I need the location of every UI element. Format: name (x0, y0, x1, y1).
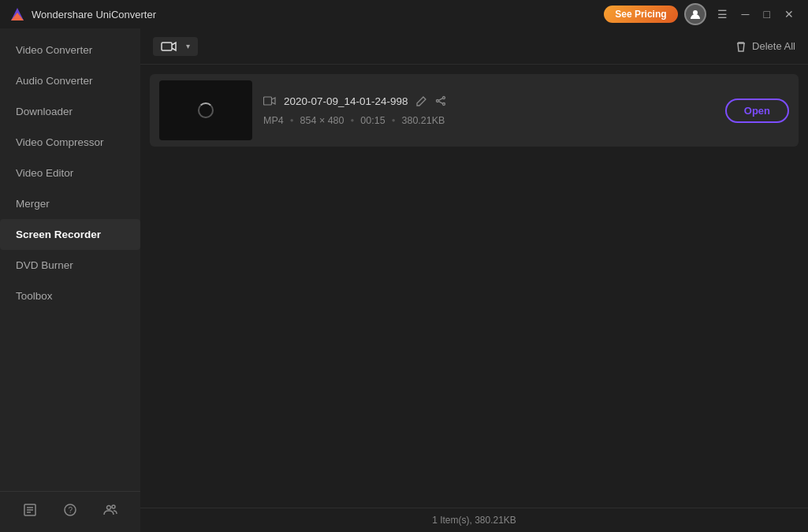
video-file-icon (263, 96, 276, 106)
toolbar-right: Delete All (735, 40, 795, 53)
svg-line-16 (438, 102, 442, 104)
app-logo (9, 6, 25, 22)
record-button[interactable]: ▾ (153, 37, 198, 56)
sidebar-item-video-editor[interactable]: Video Editor (0, 158, 140, 188)
svg-text:?: ? (68, 506, 73, 515)
trash-icon (735, 40, 747, 53)
edit-icon[interactable] (416, 95, 427, 106)
svg-point-10 (112, 505, 115, 508)
open-button[interactable]: Open (725, 99, 789, 123)
video-camera-icon (161, 41, 177, 52)
users-icon-button[interactable] (100, 500, 121, 524)
file-actions: Open (725, 99, 789, 123)
svg-rect-11 (162, 43, 172, 50)
status-text: 1 Item(s), 380.21KB (432, 515, 516, 526)
svg-point-9 (107, 506, 111, 510)
share-icon[interactable] (435, 95, 446, 106)
see-pricing-button[interactable]: See Pricing (604, 6, 677, 23)
file-meta-row: MP4 ● 854 × 480 ● 00:15 ● 380.21KB (263, 115, 714, 126)
svg-marker-1 (11, 13, 24, 20)
chevron-down-icon: ▾ (186, 42, 190, 50)
svg-rect-12 (264, 97, 272, 105)
file-duration: 00:15 (360, 115, 385, 126)
file-list: 2020-07-09_14-01-24-998 (140, 65, 808, 508)
window-controls: ☰ ─ □ ✕ (713, 7, 799, 21)
svg-line-17 (438, 99, 442, 101)
delete-all-label: Delete All (752, 40, 795, 52)
status-bar: 1 Item(s), 380.21KB (140, 508, 808, 532)
svg-point-14 (436, 100, 438, 102)
title-bar-right: See Pricing ☰ ─ □ ✕ (604, 3, 799, 25)
dot2: ● (351, 117, 355, 124)
main-layout: Video Converter Audio Converter Download… (0, 28, 808, 532)
sidebar-footer: ? (0, 491, 140, 532)
svg-point-13 (442, 97, 445, 99)
file-thumbnail (159, 80, 252, 140)
svg-point-15 (442, 103, 445, 106)
sidebar-item-toolbox[interactable]: Toolbox (0, 281, 140, 311)
avatar[interactable] (684, 3, 706, 25)
title-bar-left: Wondershare UniConverter (9, 6, 156, 22)
book-icon-button[interactable] (20, 500, 40, 524)
file-resolution: 854 × 480 (300, 115, 344, 126)
sidebar-item-video-compressor[interactable]: Video Compressor (0, 127, 140, 158)
dot3: ● (392, 117, 396, 124)
app-title: Wondershare UniConverter (32, 9, 156, 20)
sidebar: Video Converter Audio Converter Download… (0, 28, 140, 532)
file-format: MP4 (263, 115, 284, 126)
nav-items: Video Converter Audio Converter Download… (0, 28, 140, 491)
file-info: 2020-07-09_14-01-24-998 (263, 95, 714, 126)
delete-all-button[interactable]: Delete All (735, 40, 795, 53)
title-bar: Wondershare UniConverter See Pricing ☰ ─… (0, 0, 808, 28)
table-row: 2020-07-09_14-01-24-998 (150, 74, 799, 147)
dot1: ● (290, 117, 294, 124)
file-name-row: 2020-07-09_14-01-24-998 (263, 95, 714, 107)
sidebar-item-video-converter[interactable]: Video Converter (0, 35, 140, 65)
content-area: ▾ Delete All (140, 28, 808, 532)
file-size: 380.21KB (401, 115, 445, 126)
sidebar-item-downloader[interactable]: Downloader (0, 96, 140, 127)
content-toolbar: ▾ Delete All (140, 28, 808, 65)
maximize-button[interactable]: □ (759, 7, 775, 21)
sidebar-item-dvd-burner[interactable]: DVD Burner (0, 250, 140, 281)
toolbar-left: ▾ (153, 37, 198, 56)
close-button[interactable]: ✕ (780, 7, 799, 21)
file-name: 2020-07-09_14-01-24-998 (284, 95, 408, 107)
loading-spinner (198, 102, 214, 118)
minimize-button[interactable]: ─ (737, 7, 754, 21)
sidebar-item-merger[interactable]: Merger (0, 188, 140, 219)
sidebar-item-audio-converter[interactable]: Audio Converter (0, 65, 140, 96)
help-icon-button[interactable]: ? (60, 500, 80, 524)
sidebar-item-screen-recorder[interactable]: Screen Recorder (0, 219, 140, 250)
menu-button[interactable]: ☰ (713, 7, 732, 21)
